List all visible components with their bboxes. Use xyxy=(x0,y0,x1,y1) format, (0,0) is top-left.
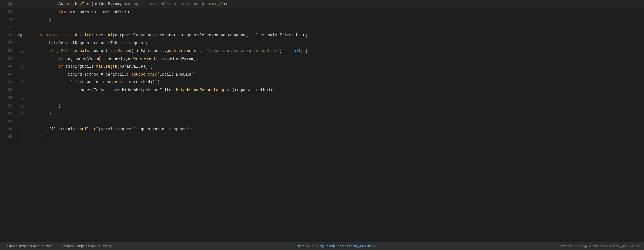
code-line-48: 48 filterChain.doFilter((ServletRequest)… xyxy=(0,125,644,133)
line-number-49: 49 xyxy=(0,133,17,141)
gutter-48 xyxy=(17,125,28,133)
line-content-32: Assert.hasText(methodParam, message: "'m… xyxy=(28,0,644,8)
line-content-41: String method = paramValue.toUpperCase(L… xyxy=(28,70,644,78)
breadcrumb-method[interactable]: HiddenHttpMethodFilter() xyxy=(61,244,114,248)
gutter-36: ⬆ @ xyxy=(17,31,28,39)
line-content-44: } xyxy=(28,94,644,102)
code-line-32: 32 Assert.hasText(methodParam, message: … xyxy=(0,0,644,8)
highlighted-var-paramvalue: paramValue xyxy=(75,56,100,61)
line-content-47 xyxy=(28,117,644,125)
line-content-45: } xyxy=(28,102,644,110)
line-number-37: 37 xyxy=(0,39,17,47)
code-line-45: 45 } xyxy=(0,102,644,110)
gutter-32 xyxy=(17,0,28,8)
breakpoint-diamond-38 xyxy=(20,49,24,53)
gutter-37 xyxy=(17,39,28,47)
breakpoint-diamond-46 xyxy=(20,112,24,115)
code-area: 32 Assert.hasText(methodParam, message: … xyxy=(0,0,644,242)
line-content-48: filterChain.doFilter((ServletRequest)req… xyxy=(28,125,644,133)
code-line-46: 46 } xyxy=(0,110,644,117)
gutter-42 xyxy=(17,78,28,86)
breakpoint-diamond-49 xyxy=(20,135,24,139)
line-number-45: 45 xyxy=(0,102,17,110)
code-line-34: 34 } xyxy=(0,16,644,23)
line-content-37: HttpServletRequest requestToUse = reques… xyxy=(28,39,644,47)
line-content-35 xyxy=(28,23,644,31)
code-line-36: 36 ⬆ @ protected void doFilterInternal(H… xyxy=(0,31,644,39)
line-number-39: 39 xyxy=(0,55,17,63)
gutter-49 xyxy=(17,133,28,141)
code-line-47: 47 xyxy=(0,117,644,125)
code-line-44: 44 } xyxy=(0,94,644,102)
line-number-33: 33 xyxy=(0,8,17,16)
line-number-44: 44 xyxy=(0,94,17,102)
breakpoint-diamond-45 xyxy=(20,104,24,108)
line-number-41: 41 xyxy=(0,70,17,78)
code-line-49: 49 } xyxy=(0,133,644,141)
line-number-38: 38 xyxy=(0,47,17,55)
code-line-43: 43 requestToUse = new HiddenHttpMethodFi… xyxy=(0,86,644,94)
line-number-36: 36 xyxy=(0,31,17,39)
at-icon: @ xyxy=(20,31,22,39)
code-line-37: 37 HttpServletRequest requestToUse = req… xyxy=(0,39,644,47)
code-line-41: 41 String method = paramValue.toUpperCas… xyxy=(0,70,644,78)
line-content-43: requestToUse = new HiddenHttpMethodFilte… xyxy=(28,86,644,94)
status-bar: HiddenHttpMethodFilter › HiddenHttpMetho… xyxy=(0,242,644,250)
gutter-47 xyxy=(17,117,28,125)
gutter-39 xyxy=(17,55,28,63)
breakpoint-diamond-42 xyxy=(20,80,24,84)
line-number-42: 42 xyxy=(0,78,17,86)
breakpoint-diamond-44 xyxy=(20,96,24,100)
gutter-41 xyxy=(17,70,28,78)
gutter-46 xyxy=(17,110,28,117)
line-number-34: 34 xyxy=(0,16,17,23)
code-line-35: 35 xyxy=(0,23,644,31)
line-content-36: protected void doFilterInternal(HttpServ… xyxy=(28,31,644,39)
status-url[interactable]: https://blog.csdn.net/sinat_41258771 xyxy=(298,244,377,248)
breadcrumb-separator: › xyxy=(56,244,58,248)
breakpoint-diamond-40 xyxy=(20,65,24,69)
line-number-43: 43 xyxy=(0,86,17,94)
line-number-47: 47 xyxy=(0,117,17,125)
gutter-33 xyxy=(17,8,28,16)
line-content-49: } xyxy=(28,133,644,141)
line-content-42: if (ALLOWED_METHODS.contains(method)) { xyxy=(28,78,644,86)
line-content-38: if ("POST".equals(request.getMethod()) &… xyxy=(28,47,644,55)
line-content-39: String paramValue = request.getParameter… xyxy=(28,55,644,63)
code-lines: 32 Assert.hasText(methodParam, message: … xyxy=(0,0,644,141)
code-line-39: 39 String paramValue = request.getParame… xyxy=(0,55,644,63)
code-line-40: 40 if (StringUtils.hasLength(paramValue)… xyxy=(0,63,644,70)
line-content-33: this.methodParam = methodParam; xyxy=(28,8,644,16)
gutter-38 xyxy=(17,47,28,55)
line-number-35: 35 xyxy=(0,23,17,31)
gutter-43 xyxy=(17,86,28,94)
breadcrumb-class[interactable]: HiddenHttpMethodFilter xyxy=(4,244,53,248)
status-url-right[interactable]: https://blog.csdn.net/sinat_41258771 xyxy=(561,244,640,248)
gutter-44 xyxy=(17,94,28,102)
code-line-38: 38 if ("POST".equals(request.getMethod()… xyxy=(0,47,644,55)
line-number-40: 40 xyxy=(0,63,17,70)
line-content-40: if (StringUtils.hasLength(paramValue)) { xyxy=(28,63,644,70)
gutter-34 xyxy=(17,16,28,23)
line-number-48: 48 xyxy=(0,125,17,133)
line-content-46: } xyxy=(28,110,644,117)
code-line-42: 42 if (ALLOWED_METHODS.contains(method))… xyxy=(0,78,644,86)
gutter-45 xyxy=(17,102,28,110)
line-content-34: } xyxy=(28,16,644,23)
code-line-33: 33 this.methodParam = methodParam; xyxy=(0,8,644,16)
gutter-35 xyxy=(17,23,28,31)
gutter-40 xyxy=(17,63,28,70)
editor-container: 32 Assert.hasText(methodParam, message: … xyxy=(0,0,644,250)
up-arrow-icon: ⬆ xyxy=(17,31,19,39)
line-number-32: 32 xyxy=(0,0,17,8)
line-number-46: 46 xyxy=(0,110,17,117)
